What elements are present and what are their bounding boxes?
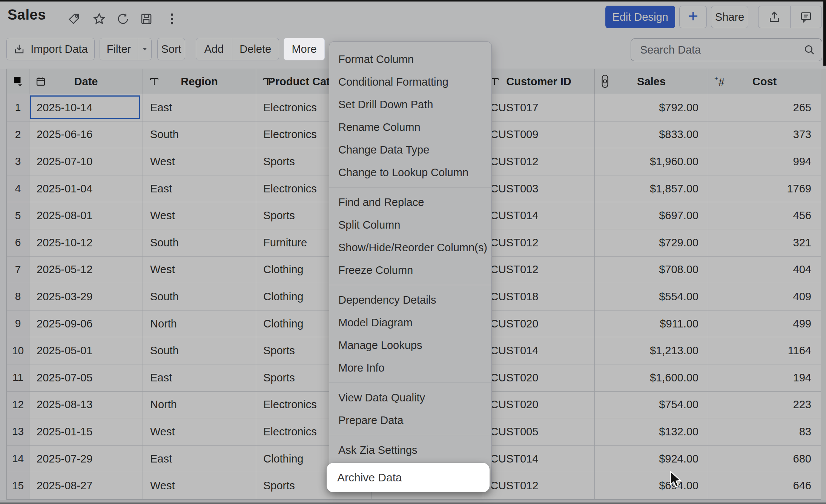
archive-data-label: Archive Data	[337, 471, 402, 484]
dim-overlay	[0, 0, 826, 504]
more-label: More	[292, 43, 316, 55]
more-button[interactable]: More	[284, 38, 325, 60]
mouse-cursor	[668, 471, 683, 489]
vertical-scrollbar-thumb[interactable]	[823, 2, 826, 66]
app-window: Sales Edit Design + Share	[0, 0, 826, 504]
archive-data-spotlight[interactable]: Archive Data	[327, 463, 490, 492]
window-top-edge	[0, 0, 826, 2]
